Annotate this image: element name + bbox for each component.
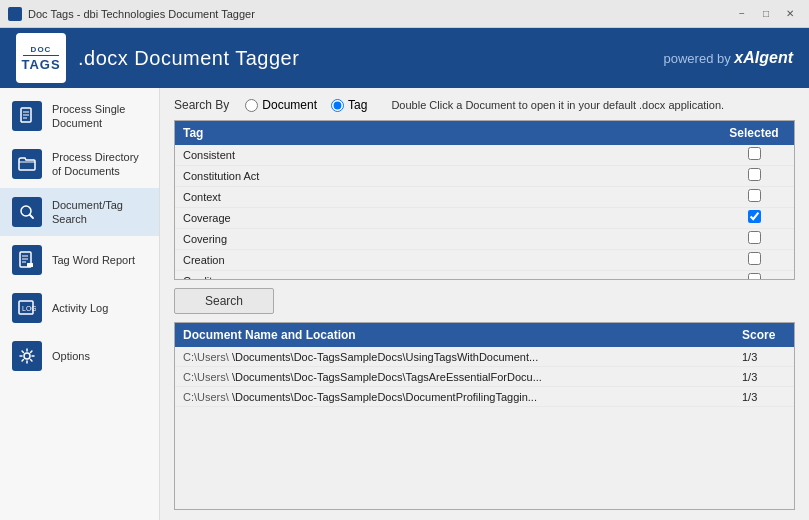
header-score: Score bbox=[734, 323, 794, 347]
app-icon-small bbox=[8, 7, 22, 21]
radio-tag-input[interactable] bbox=[331, 99, 344, 112]
result-doc-name: C:\Users\ \Documents\Doc-TagsSampleDocs\… bbox=[175, 389, 734, 405]
tag-checkbox[interactable] bbox=[748, 231, 761, 244]
svg-line-6 bbox=[30, 215, 33, 218]
tag-table-header: Tag Selected bbox=[175, 121, 794, 145]
log-icon: LOG bbox=[12, 293, 42, 323]
sidebar-label-tag-word-report: Tag Word Report bbox=[52, 253, 135, 267]
search-doc-icon bbox=[12, 197, 42, 227]
tag-cell: Credit bbox=[175, 273, 714, 279]
hint-text: Double Click a Document to open it in yo… bbox=[391, 99, 724, 111]
search-by-label: Search By bbox=[174, 98, 229, 112]
selected-cell[interactable] bbox=[714, 271, 794, 279]
tag-cell: Coverage bbox=[175, 210, 714, 226]
tag-checkbox[interactable] bbox=[748, 210, 761, 223]
results-table-body[interactable]: C:\Users\ \Documents\Doc-TagsSampleDocs\… bbox=[175, 347, 794, 509]
content-area: Search By Document Tag Double Click a Do… bbox=[160, 88, 809, 520]
svg-rect-11 bbox=[27, 263, 33, 267]
sidebar-item-activity-log[interactable]: LOG Activity Log bbox=[0, 284, 159, 332]
tag-cell: Constitution Act bbox=[175, 168, 714, 184]
table-row[interactable]: Constitution Act bbox=[175, 166, 794, 187]
header-selected: Selected bbox=[714, 121, 794, 145]
logo-doc-text: DOC bbox=[31, 45, 52, 54]
tag-cell: Covering bbox=[175, 231, 714, 247]
search-button-row: Search bbox=[174, 288, 795, 314]
tag-checkbox[interactable] bbox=[748, 147, 761, 160]
selected-cell[interactable] bbox=[714, 145, 794, 165]
table-row[interactable]: Creation bbox=[175, 250, 794, 271]
table-row[interactable]: Consistent bbox=[175, 145, 794, 166]
search-by-radio-group[interactable]: Document Tag bbox=[245, 98, 367, 112]
brand-name: xAIgent bbox=[734, 49, 793, 66]
result-row[interactable]: C:\Users\ \Documents\Doc-TagsSampleDocs\… bbox=[175, 387, 794, 407]
result-doc-name: C:\Users\ \Documents\Doc-TagsSampleDocs\… bbox=[175, 349, 734, 365]
table-row[interactable]: Context bbox=[175, 187, 794, 208]
tag-cell: Context bbox=[175, 189, 714, 205]
result-row[interactable]: C:\Users\ \Documents\Doc-TagsSampleDocs\… bbox=[175, 347, 794, 367]
table-row[interactable]: Coverage bbox=[175, 208, 794, 229]
selected-cell[interactable] bbox=[714, 208, 794, 228]
sidebar-item-options[interactable]: Options bbox=[0, 332, 159, 380]
sidebar-item-process-directory[interactable]: Process Directory of Documents bbox=[0, 140, 159, 188]
search-button[interactable]: Search bbox=[174, 288, 274, 314]
window-controls[interactable]: − □ ✕ bbox=[731, 3, 801, 25]
tag-cell: Consistent bbox=[175, 147, 714, 163]
selected-cell[interactable] bbox=[714, 250, 794, 270]
title-bar-text: Doc Tags - dbi Technologies Document Tag… bbox=[28, 8, 255, 20]
sidebar-item-process-single[interactable]: Process Single Document bbox=[0, 92, 159, 140]
gear-icon bbox=[12, 341, 42, 371]
selected-cell[interactable] bbox=[714, 229, 794, 249]
radio-tag-label: Tag bbox=[348, 98, 367, 112]
header-left: DOC TAGS .docx Document Tagger bbox=[16, 33, 299, 83]
sidebar-label-process-directory: Process Directory of Documents bbox=[52, 150, 147, 179]
sidebar-label-process-single: Process Single Document bbox=[52, 102, 147, 131]
radio-document[interactable]: Document bbox=[245, 98, 317, 112]
sidebar-label-options: Options bbox=[52, 349, 90, 363]
sidebar-item-doc-tag-search[interactable]: Document/Tag Search bbox=[0, 188, 159, 236]
results-table: Document Name and Location Score C:\User… bbox=[174, 322, 795, 510]
sidebar-label-activity-log: Activity Log bbox=[52, 301, 108, 315]
app-header: DOC TAGS .docx Document Tagger powered b… bbox=[0, 28, 809, 88]
table-row[interactable]: Covering bbox=[175, 229, 794, 250]
selected-cell[interactable] bbox=[714, 187, 794, 207]
folder-icon bbox=[12, 149, 42, 179]
app-title: .docx Document Tagger bbox=[78, 47, 299, 70]
tag-table: Tag Selected Consistent Constitution Act… bbox=[174, 120, 795, 280]
search-by-row: Search By Document Tag Double Click a Do… bbox=[174, 98, 795, 112]
minimize-button[interactable]: − bbox=[731, 3, 753, 25]
sidebar-item-tag-word-report[interactable]: Tag Word Report bbox=[0, 236, 159, 284]
sidebar: Process Single Document Process Director… bbox=[0, 88, 160, 520]
result-score: 1/3 bbox=[734, 349, 794, 365]
svg-point-14 bbox=[24, 353, 30, 359]
header-doc-name: Document Name and Location bbox=[175, 323, 734, 347]
maximize-button[interactable]: □ bbox=[755, 3, 777, 25]
tag-cell: Creation bbox=[175, 252, 714, 268]
tag-checkbox[interactable] bbox=[748, 168, 761, 181]
logo-divider bbox=[23, 55, 58, 56]
result-doc-name: C:\Users\ \Documents\Doc-TagsSampleDocs\… bbox=[175, 369, 734, 385]
powered-label: powered by xAIgent bbox=[664, 51, 794, 66]
document-icon bbox=[12, 101, 42, 131]
results-table-header: Document Name and Location Score bbox=[175, 323, 794, 347]
radio-tag[interactable]: Tag bbox=[331, 98, 367, 112]
title-bar-left: Doc Tags - dbi Technologies Document Tag… bbox=[8, 7, 255, 21]
radio-document-label: Document bbox=[262, 98, 317, 112]
powered-by: powered by xAIgent bbox=[664, 49, 794, 67]
radio-document-input[interactable] bbox=[245, 99, 258, 112]
app-logo: DOC TAGS bbox=[16, 33, 66, 83]
tag-checkbox[interactable] bbox=[748, 273, 761, 279]
result-score: 1/3 bbox=[734, 389, 794, 405]
result-row[interactable]: C:\Users\ \Documents\Doc-TagsSampleDocs\… bbox=[175, 367, 794, 387]
logo-tags-text: TAGS bbox=[21, 57, 60, 72]
header-tag: Tag bbox=[175, 121, 714, 145]
close-button[interactable]: ✕ bbox=[779, 3, 801, 25]
tag-checkbox[interactable] bbox=[748, 252, 761, 265]
tag-checkbox[interactable] bbox=[748, 189, 761, 202]
tag-table-body[interactable]: Consistent Constitution Act Context Cove… bbox=[175, 145, 794, 279]
table-row[interactable]: Credit bbox=[175, 271, 794, 279]
selected-cell[interactable] bbox=[714, 166, 794, 186]
sidebar-label-doc-tag-search: Document/Tag Search bbox=[52, 198, 147, 227]
title-bar: Doc Tags - dbi Technologies Document Tag… bbox=[0, 0, 809, 28]
result-score: 1/3 bbox=[734, 369, 794, 385]
report-icon bbox=[12, 245, 42, 275]
